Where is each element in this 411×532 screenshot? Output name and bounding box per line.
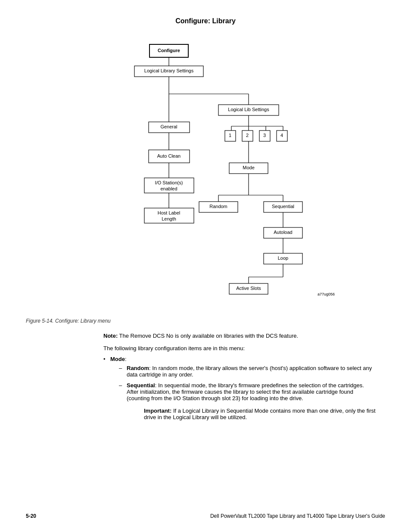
auto-clean-label: Auto Clean [157,153,181,159]
logical-lib-settings-label: Logical Lib Settings [228,107,269,112]
general-label: General [160,124,177,129]
diagram-container: .node-rect { fill: white; stroke: black;… [26,38,385,314]
important-text: If a Logical Library in Sequential Mode … [144,408,376,420]
active-slots-label: Active Slots [236,286,261,291]
loop-label: Loop [278,255,288,261]
list-item-mode: Mode: Random: In random mode, the librar… [103,356,377,420]
note-text: The Remove DCS No is only available on l… [119,333,298,339]
host-label-label1: Host Label [158,210,181,215]
sub-list-mode: Random: In random mode, the library allo… [110,365,377,420]
random-item: Random: In random mode, the library allo… [119,365,377,378]
page-footer: 5-20 Dell PowerVault TL2000 Tape Library… [26,513,385,519]
num1-label: 1 [229,133,231,138]
num4-label: 4 [280,133,283,138]
io-station-label: I/O Station(s) [155,180,183,185]
important-label: Important: [144,408,171,414]
sequential-text: : In sequential mode, the library's firm… [127,382,364,401]
configure-label: Configure [158,48,180,53]
num2-label: 2 [246,133,249,138]
content-section: Note: The Remove DCS No is only availabl… [103,333,377,420]
watermark-text: a77ug056 [318,292,335,296]
sequential-item: Sequential: In sequential mode, the libr… [119,382,377,420]
random-label: Random [209,204,227,209]
random-label-text: Random [127,365,149,371]
sequential-label: Sequential [272,204,294,209]
random-text: : In random mode, the library allows the… [127,365,372,378]
mode-label: Mode [243,165,255,170]
num3-label: 3 [263,133,266,138]
intro-line: The following library configuration item… [103,345,377,352]
mode-bullet-label: Mode [110,356,125,362]
autoload-label: Autoload [274,230,292,235]
footer-product-text: Dell PowerVault TL2000 Tape Library and … [210,513,385,519]
diagram-svg: .node-rect { fill: white; stroke: black;… [26,38,385,314]
io-station-label2: enabled [160,186,177,191]
page-title: Configure: Library [26,17,385,25]
important-block: Important: If a Logical Library in Seque… [127,408,377,420]
sequential-label-text: Sequential [127,382,155,389]
logical-library-settings-top-label: Logical Library Settings [144,68,194,73]
note-line: Note: The Remove DCS No is only availabl… [103,333,377,339]
page-number: 5-20 [26,513,36,519]
bullet-list: Mode: Random: In random mode, the librar… [103,356,377,420]
host-label-label2: Length [162,216,176,221]
note-label: Note: [103,333,118,339]
figure-caption: Figure 5-14. Configure: Library menu [26,318,385,324]
